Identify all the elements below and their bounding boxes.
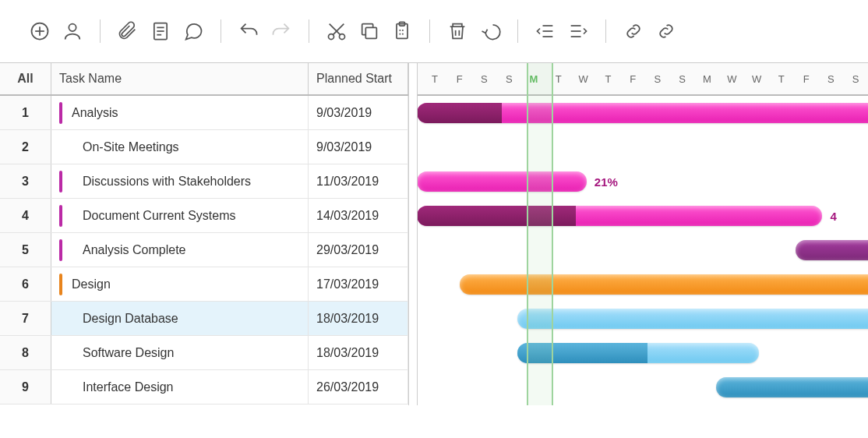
table-row[interactable]: 9Interface Design26/03/2019 <box>0 370 408 404</box>
undo-icon[interactable] <box>232 15 265 48</box>
gantt-bar[interactable] <box>716 377 868 397</box>
gantt-bar[interactable] <box>460 274 868 295</box>
day-header: S <box>843 73 868 85</box>
day-header: F <box>620 73 645 85</box>
color-chip <box>59 171 62 193</box>
task-name: Design <box>72 277 111 291</box>
gantt-bar[interactable] <box>517 343 758 363</box>
day-header: W <box>571 73 596 85</box>
separator <box>605 19 606 43</box>
delete-icon[interactable] <box>441 15 474 48</box>
table-row[interactable]: 1Analysis9/03/2019 <box>0 96 408 130</box>
task-name-cell[interactable]: Design <box>51 267 309 301</box>
task-date-cell[interactable]: 9/03/2019 <box>309 130 408 164</box>
rotate-icon[interactable] <box>474 15 506 48</box>
row-index[interactable]: 2 <box>0 130 51 164</box>
column-header-date[interactable]: Planned Start <box>309 63 408 94</box>
task-name: Analysis <box>72 106 118 120</box>
link-icon[interactable] <box>617 15 650 48</box>
color-chip <box>59 205 62 227</box>
day-header: S <box>496 73 521 85</box>
table-row[interactable]: 3Discussions with Stakeholders11/03/2019 <box>0 164 408 199</box>
gantt-bar-progress <box>417 206 576 226</box>
row-index[interactable]: 7 <box>0 302 51 335</box>
table-row[interactable]: 6Design17/03/2019 <box>0 267 408 302</box>
day-header: T <box>546 73 571 85</box>
row-index[interactable]: 8 <box>0 336 51 369</box>
table-row[interactable]: 7Design Database18/03/2019 <box>0 302 408 336</box>
row-index[interactable]: 6 <box>0 267 51 301</box>
redo-icon[interactable] <box>265 15 298 48</box>
task-name: Interface Design <box>83 380 174 394</box>
gantt-bar[interactable] <box>417 103 868 123</box>
gantt-bar-label: 21% <box>595 175 618 188</box>
gantt-bar-progress <box>417 103 502 123</box>
toolbar <box>0 0 868 62</box>
gantt-panel[interactable]: TFSSMTWTFSSMWWTFSS 21%4 <box>417 63 868 405</box>
column-header-index[interactable]: All <box>0 63 51 94</box>
day-header: T <box>422 73 447 85</box>
table-row[interactable]: 5Analysis Complete29/03/2019 <box>0 233 408 267</box>
row-index[interactable]: 1 <box>0 96 51 129</box>
svg-rect-12 <box>365 27 376 38</box>
gantt-bar[interactable] <box>517 309 868 329</box>
task-name-cell[interactable]: Analysis Complete <box>51 233 309 267</box>
task-name: Design Database <box>83 312 178 326</box>
task-date-cell[interactable]: 18/03/2019 <box>309 302 408 335</box>
unlink-icon[interactable] <box>650 15 683 48</box>
indent-icon[interactable] <box>562 15 595 48</box>
user-icon[interactable] <box>56 15 89 48</box>
row-index[interactable]: 4 <box>0 199 51 232</box>
paste-icon[interactable] <box>386 15 418 48</box>
day-header: W <box>744 73 769 85</box>
task-name: Analysis Complete <box>83 243 186 257</box>
comment-icon[interactable] <box>177 15 210 48</box>
note-icon[interactable] <box>144 15 177 48</box>
gantt-row <box>418 370 868 404</box>
gantt-row: 4 <box>418 199 868 233</box>
svg-point-3 <box>69 24 76 31</box>
task-name-cell[interactable]: Software Design <box>51 336 309 369</box>
task-date-cell[interactable]: 18/03/2019 <box>309 336 408 369</box>
separator <box>517 19 518 43</box>
task-name-cell[interactable]: Document Current Systems <box>51 199 309 232</box>
table-row[interactable]: 8Software Design18/03/2019 <box>0 336 408 370</box>
task-name: Software Design <box>83 346 174 360</box>
cut-icon[interactable] <box>320 15 353 48</box>
task-date-cell[interactable]: 9/03/2019 <box>309 96 408 129</box>
task-name-cell[interactable]: Discussions with Stakeholders <box>51 164 309 198</box>
add-icon[interactable] <box>23 15 56 48</box>
task-name: Document Current Systems <box>83 209 236 223</box>
task-date-cell[interactable]: 17/03/2019 <box>309 267 408 301</box>
gantt-header: TFSSMTWTFSSMWWTFSS <box>418 63 868 96</box>
attach-icon[interactable] <box>111 15 144 48</box>
task-name-cell[interactable]: On-Site Meetings <box>51 130 309 164</box>
color-chip <box>59 274 62 295</box>
task-name-cell[interactable]: Analysis <box>51 96 309 129</box>
table-row[interactable]: 2On-Site Meetings9/03/2019 <box>0 130 408 164</box>
gantt-body: 21%4 <box>418 96 868 404</box>
gantt-row: 21% <box>418 164 868 199</box>
gantt-bar[interactable]: 21% <box>417 171 587 192</box>
task-name-cell[interactable]: Interface Design <box>51 370 309 404</box>
day-header: W <box>719 73 744 85</box>
row-index[interactable]: 3 <box>0 164 51 198</box>
table-row[interactable]: 4Document Current Systems14/03/2019 <box>0 199 408 233</box>
task-date-cell[interactable]: 14/03/2019 <box>309 199 408 232</box>
gantt-bar-progress <box>517 343 647 363</box>
task-date-cell[interactable]: 11/03/2019 <box>309 164 408 198</box>
gantt-bar[interactable]: 4 <box>417 206 822 226</box>
copy-icon[interactable] <box>353 15 386 48</box>
column-header-name[interactable]: Task Name <box>51 63 309 94</box>
task-name-cell[interactable]: Design Database <box>51 302 309 335</box>
outdent-icon[interactable] <box>529 15 562 48</box>
day-header: M <box>695 73 720 85</box>
gantt-row <box>418 233 868 267</box>
day-header: M <box>521 73 546 85</box>
task-date-cell[interactable]: 29/03/2019 <box>309 233 408 267</box>
gantt-bar[interactable] <box>796 240 868 260</box>
row-index[interactable]: 5 <box>0 233 51 267</box>
task-date-cell[interactable]: 26/03/2019 <box>309 370 408 404</box>
gantt-row <box>418 267 868 302</box>
row-index[interactable]: 9 <box>0 370 51 404</box>
